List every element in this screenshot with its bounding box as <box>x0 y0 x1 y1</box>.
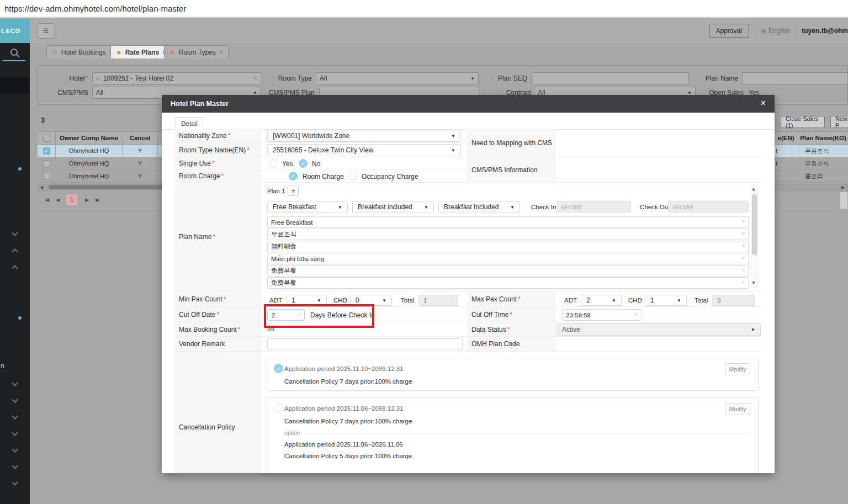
table-cell-plan-name-en[interactable]: t <box>774 157 798 170</box>
hotel-filter-input[interactable]: ⌕ 1009251 - Test Hotel 02 × <box>92 72 261 84</box>
vendor-remark-field[interactable] <box>271 339 459 349</box>
plan-code-select-3[interactable]: Breakfast Included▼ <box>438 201 520 213</box>
row-checkbox[interactable] <box>43 173 50 180</box>
menu-button[interactable]: ≡ <box>38 23 54 39</box>
policy-radio[interactable] <box>274 404 283 413</box>
table-cell-owner[interactable]: Ohmyhotel HQ <box>56 145 123 157</box>
language-switcher[interactable]: ⊕ English <box>761 27 790 35</box>
table-cell-owner[interactable]: Ohmyhotel HQ <box>56 170 123 183</box>
approval-button[interactable]: Approval <box>709 24 749 38</box>
table-cell-cancel[interactable]: Y <box>123 170 158 183</box>
close-tab-icon[interactable]: × <box>219 49 223 56</box>
nationality-zone-select[interactable]: [WW001] Worldwide Zone ▼ <box>267 130 461 142</box>
modal-header[interactable]: Hotel Plan Master <box>162 95 775 113</box>
scroll-down-icon[interactable]: ▼ <box>751 280 756 285</box>
close-sales-button[interactable]: Close Sales (1) <box>781 116 825 128</box>
scroll-right-icon[interactable]: ▶ <box>841 185 845 190</box>
cancellation-policy-card[interactable]: ✓ Application period 2025.11.10~2099.12.… <box>266 358 759 391</box>
clear-icon[interactable]: × <box>742 218 745 225</box>
vendor-remark-input[interactable] <box>267 338 463 350</box>
table-cell-owner[interactable]: Ohmyhotel HQ <box>56 157 123 170</box>
room-charge-radio[interactable]: ✓ <box>289 172 298 181</box>
last-page-icon[interactable]: ▶| <box>96 197 98 203</box>
table-cell-plan-name-ko[interactable]: 룸온리 <box>798 170 848 183</box>
row-checkbox[interactable] <box>43 160 50 167</box>
plan-name-field[interactable] <box>271 241 745 252</box>
star-filled-icon[interactable]: ★ <box>169 49 176 56</box>
plan-name-field[interactable] <box>271 253 745 264</box>
first-page-icon[interactable]: |◀ <box>45 197 48 203</box>
modify-button[interactable]: Modify <box>725 363 750 375</box>
tab-room-types[interactable]: ★ Room Types × <box>164 45 229 59</box>
table-cell-cancel[interactable]: Y <box>123 157 158 170</box>
plan-name-input-zh-tw[interactable] <box>267 265 749 277</box>
clear-icon[interactable]: × <box>635 311 638 317</box>
cut-off-time-input[interactable] <box>562 309 642 321</box>
clear-icon[interactable]: × <box>742 267 745 273</box>
check-in-input[interactable]: HH:MM <box>556 201 631 213</box>
max-chd-select[interactable]: 1▼ <box>645 295 687 306</box>
table-cell-plan-name-ko[interactable]: 무료조식 <box>798 157 848 170</box>
star-outline-icon[interactable]: ☆ <box>52 49 58 56</box>
clear-icon[interactable]: × <box>742 279 745 285</box>
table-cell-plan-name-ko[interactable]: 무료조식 <box>798 145 848 157</box>
occupancy-charge-radio[interactable] <box>348 172 357 181</box>
clear-icon[interactable]: × <box>253 75 257 82</box>
current-page[interactable]: 1 <box>66 194 77 205</box>
modal-close-icon[interactable]: × <box>761 98 766 108</box>
plan-name-field[interactable] <box>271 217 745 227</box>
policy-selected-radio[interactable]: ✓ <box>274 364 283 373</box>
clear-icon[interactable]: × <box>742 254 745 261</box>
table-cell-cancel[interactable]: Y <box>123 145 158 157</box>
modify-button[interactable]: Modify <box>725 403 750 415</box>
plan-name-input-ko[interactable] <box>267 229 749 240</box>
plan-code-select-2[interactable]: Breakfast included▼ <box>352 201 434 213</box>
table-row-checkbox-cell[interactable] <box>38 157 56 170</box>
table-row-checkbox-cell[interactable] <box>38 170 56 183</box>
table-header-checkbox[interactable] <box>38 131 56 145</box>
plan-name-field[interactable] <box>271 278 745 288</box>
plan-name-field[interactable] <box>271 266 745 276</box>
tab-detail[interactable]: Detail <box>176 117 203 130</box>
data-status-select[interactable]: Active ▼ <box>556 323 761 336</box>
plan-name-input-zh-cn[interactable] <box>267 277 749 289</box>
room-type-filter-select[interactable]: All ▼ <box>316 72 479 84</box>
plan-name-input-vi[interactable] <box>267 253 749 264</box>
max-adt-select[interactable]: 2▼ <box>581 295 622 306</box>
single-use-no-radio[interactable]: ✓ <box>299 159 308 168</box>
row-checkbox-checked[interactable]: ✓ <box>43 147 50 155</box>
plan-code-select-1[interactable]: Free Breakfast▼ <box>267 201 348 213</box>
plan-name-input-en[interactable] <box>267 216 749 228</box>
new-plan-button[interactable]: New P <box>830 116 848 128</box>
user-email[interactable]: tuyen.tb@ohm <box>802 27 848 35</box>
table-row-checkbox-cell[interactable]: ✓ <box>38 145 56 157</box>
clear-icon[interactable]: × <box>742 242 745 249</box>
table-cell-plan-name-en[interactable]: t <box>774 145 798 157</box>
check-out-input[interactable]: HH:MM <box>668 201 749 213</box>
cut-off-time-field[interactable] <box>566 310 638 320</box>
plan-seq-filter-input[interactable] <box>531 72 689 84</box>
clear-icon[interactable]: × <box>742 230 745 237</box>
select-all-checkbox[interactable] <box>43 135 50 142</box>
prev-page-icon[interactable]: ◀ <box>56 197 59 203</box>
tab-rate-plans[interactable]: ★ Rate Plans × <box>110 45 172 59</box>
plan-name-filter-input[interactable] <box>742 72 848 84</box>
table-vertical-scrollbar-fragment[interactable] <box>840 192 848 209</box>
tab-hotel-bookings[interactable]: ☆ Hotel Bookings × <box>46 45 119 59</box>
scroll-up-icon[interactable]: ▲ <box>751 187 756 192</box>
plan-name-field[interactable] <box>271 229 745 240</box>
scroll-left-icon[interactable]: ◀ <box>40 185 43 190</box>
room-type-name-select[interactable]: 25516065 - Deluxe Twin City View ▼ <box>267 144 461 156</box>
table-cell-plan-name-en[interactable] <box>774 170 798 183</box>
plan-name-input-ja[interactable] <box>267 241 749 252</box>
search-icon[interactable] <box>10 49 18 56</box>
next-page-icon[interactable]: ▶ <box>85 197 88 203</box>
plan-tab-label[interactable]: Plan 1 <box>267 188 285 194</box>
sidebar-active-item[interactable] <box>0 77 30 94</box>
add-plan-button[interactable]: + <box>288 185 299 196</box>
scrollbar-thumb[interactable] <box>752 194 757 255</box>
star-filled-icon[interactable]: ★ <box>116 49 122 56</box>
cancellation-policy-card[interactable]: Application period 2025.11.06~2099.12.31… <box>266 397 759 473</box>
url-bar[interactable]: https://dev-adm.ohmyhotel.com/hotel/plan… <box>0 0 848 18</box>
single-use-yes-radio[interactable] <box>269 159 278 168</box>
